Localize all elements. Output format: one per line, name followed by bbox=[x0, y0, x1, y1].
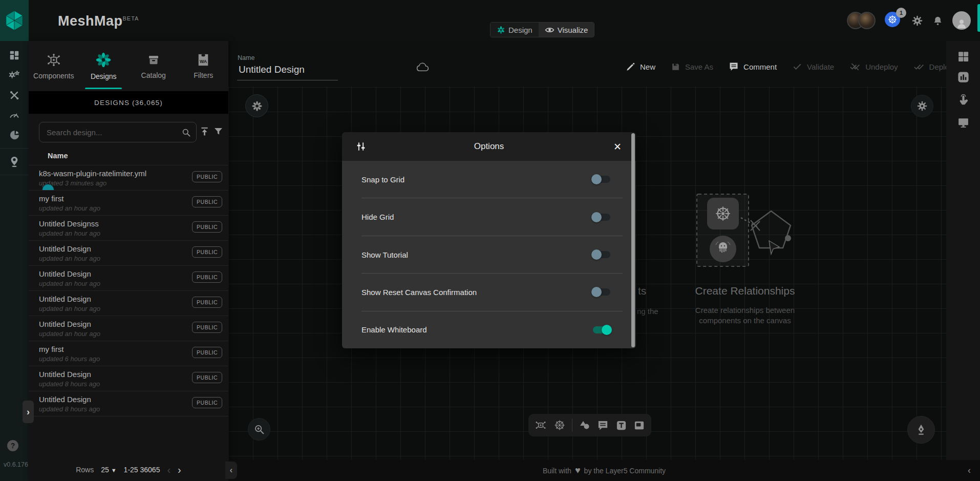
options-modal: Options ✕ Snap to Grid Hide Grid Show Tu… bbox=[342, 132, 636, 348]
cloud-saved-icon[interactable] bbox=[416, 62, 430, 72]
enable-whiteboard-toggle[interactable] bbox=[593, 326, 610, 333]
nav-extensions-icon[interactable] bbox=[0, 125, 29, 145]
canvas-settings-fab[interactable] bbox=[911, 95, 933, 117]
screen-share-icon[interactable] bbox=[957, 116, 970, 129]
close-icon[interactable]: ✕ bbox=[610, 139, 625, 154]
design-row[interactable]: Untitled Design updated an hour ago PUBL… bbox=[29, 241, 228, 266]
tab-components-label: Components bbox=[33, 72, 74, 80]
tab-components[interactable]: Components bbox=[29, 41, 79, 91]
option-show-tutorial: Show Tutorial bbox=[342, 236, 636, 273]
design-row[interactable]: Untitled Design updated an hour ago PUBL… bbox=[29, 316, 228, 341]
design-row[interactable]: Untitled Design updated 8 hours ago PUBL… bbox=[29, 366, 228, 391]
modal-scrollbar[interactable] bbox=[631, 133, 635, 347]
visibility-badge: PUBLIC bbox=[192, 397, 222, 408]
design-row[interactable]: my first updated 6 hours ago PUBLIC bbox=[29, 341, 228, 366]
design-name-input[interactable] bbox=[238, 64, 393, 76]
kubernetes-context-button[interactable]: 1 bbox=[885, 12, 902, 29]
visibility-badge: PUBLIC bbox=[192, 221, 222, 233]
empty-state-subtitle: Create relationships between components … bbox=[681, 305, 809, 326]
hide-grid-toggle[interactable] bbox=[593, 214, 610, 221]
zoom-fab[interactable] bbox=[248, 418, 270, 441]
drawer-tabs: Components Designs Catalog WA Filters bbox=[29, 41, 228, 91]
dock-kubernetes-icon[interactable] bbox=[553, 419, 566, 431]
drawer-expand-handle[interactable]: › bbox=[23, 401, 34, 423]
tab-catalog[interactable]: Catalog bbox=[129, 41, 179, 91]
design-row[interactable]: Untitled Design updated 8 hours ago PUBL… bbox=[29, 391, 228, 416]
nav-dashboard-icon[interactable] bbox=[0, 45, 29, 65]
reset-canvas-confirmation-toggle[interactable] bbox=[593, 288, 610, 296]
gear-flower-icon bbox=[251, 100, 263, 112]
nav-meshmap-pin-icon[interactable] bbox=[0, 152, 29, 172]
tab-filters[interactable]: WA Filters bbox=[179, 41, 229, 91]
snap-to-grid-toggle[interactable] bbox=[593, 176, 610, 183]
prev-page-button[interactable]: ‹ bbox=[167, 465, 171, 475]
magnifier-plus-icon bbox=[253, 424, 265, 435]
nav-configuration-tools-icon[interactable] bbox=[0, 85, 29, 105]
pen-tool-fab[interactable] bbox=[907, 416, 935, 444]
meshery-logo[interactable] bbox=[0, 0, 29, 41]
next-page-button[interactable]: › bbox=[178, 465, 181, 475]
bottom-panel-collapse-left[interactable]: ‹ bbox=[225, 462, 237, 479]
show-tutorial-toggle[interactable] bbox=[593, 251, 610, 258]
save-as-button[interactable]: Save As bbox=[671, 62, 713, 72]
page-size-select[interactable]: 25 ▼ bbox=[101, 466, 116, 474]
dock-divider bbox=[572, 419, 572, 432]
search-input[interactable] bbox=[39, 128, 181, 137]
design-row[interactable]: Untitled Designss updated an hour ago PU… bbox=[29, 216, 228, 241]
options-modal-body: Snap to Grid Hide Grid Show Tutorial Sho… bbox=[342, 161, 636, 348]
collaborator-avatar[interactable] bbox=[858, 12, 876, 29]
meshmap-app: MeshMapBETA Design Visualize bbox=[0, 0, 980, 481]
notifications-bell-button[interactable] bbox=[932, 15, 943, 26]
mode-visualize-button[interactable]: Visualize bbox=[539, 23, 594, 37]
beta-badge: BETA bbox=[123, 15, 139, 22]
dock-media-icon[interactable] bbox=[633, 420, 645, 431]
validate-button[interactable]: Validate bbox=[792, 61, 834, 72]
new-button[interactable]: New bbox=[626, 62, 655, 72]
search-icon[interactable] bbox=[181, 128, 191, 137]
touch-interact-icon[interactable] bbox=[957, 94, 970, 107]
tab-designs[interactable]: Designs bbox=[79, 41, 129, 91]
bottom-panel-collapse-right[interactable]: ‹ bbox=[968, 465, 971, 476]
designs-spiral-icon bbox=[95, 52, 112, 68]
divider bbox=[0, 175, 29, 175]
pagination: Rows 25 ▼ 1-25 36065 ‹ › bbox=[29, 458, 228, 481]
mode-visualize-label: Visualize bbox=[558, 26, 588, 34]
design-row[interactable]: Untitled Design updated an hour ago PUBL… bbox=[29, 291, 228, 316]
widgets-grid-icon[interactable] bbox=[957, 50, 970, 63]
filter-funnel-icon[interactable] bbox=[213, 126, 224, 137]
nav-performance-gauge-icon[interactable] bbox=[0, 105, 29, 125]
dock-shapes-icon[interactable] bbox=[579, 419, 591, 431]
hidden-block-subtitle-fragment: ng the bbox=[637, 307, 658, 316]
nav-lifecycle-gears-icon[interactable] bbox=[0, 65, 29, 85]
canvas-modes-fab[interactable] bbox=[245, 94, 268, 117]
option-snap-to-grid: Snap to Grid bbox=[342, 161, 636, 198]
footer-suffix: by the Layer5 Community bbox=[584, 467, 666, 475]
chevron-down-icon: ▼ bbox=[111, 467, 117, 473]
app-bar: MeshMapBETA Design Visualize bbox=[0, 0, 980, 41]
tab-designs-label: Designs bbox=[91, 72, 117, 80]
column-header-name: Name bbox=[48, 152, 68, 160]
undeploy-button[interactable]: Undeploy bbox=[849, 61, 898, 72]
help-button[interactable]: ? bbox=[7, 440, 18, 451]
design-row[interactable]: my first updated an hour ago PUBLIC bbox=[29, 191, 228, 216]
app-version: v0.6.176 bbox=[4, 461, 28, 468]
designs-drawer: Components Designs Catalog WA Filters bbox=[29, 41, 228, 481]
analytics-chart-icon[interactable] bbox=[956, 70, 970, 84]
mode-design-button[interactable]: Design bbox=[491, 23, 539, 37]
design-row[interactable]: Untitled Design updated an hour ago PUBL… bbox=[29, 266, 228, 291]
dock-components-icon[interactable] bbox=[535, 419, 547, 431]
import-design-icon[interactable] bbox=[199, 126, 210, 137]
visibility-badge: PUBLIC bbox=[192, 246, 222, 258]
options-modal-header: Options ✕ bbox=[342, 132, 636, 161]
collaborator-avatars[interactable] bbox=[847, 12, 876, 29]
page-range: 1-25 36065 bbox=[124, 466, 160, 474]
design-row[interactable]: k8s-wasm-plugin-ratelimiter.yml updated … bbox=[29, 165, 228, 191]
comment-button[interactable]: Comment bbox=[729, 61, 777, 72]
user-profile-button[interactable] bbox=[952, 11, 971, 30]
dock-text-tool-icon[interactable] bbox=[615, 420, 627, 431]
settings-gear-button[interactable] bbox=[911, 15, 923, 27]
visibility-badge: PUBLIC bbox=[192, 297, 222, 308]
visibility-badge: PUBLIC bbox=[192, 347, 222, 358]
dock-comment-icon[interactable] bbox=[597, 420, 609, 431]
design-spiral-icon bbox=[497, 26, 505, 34]
